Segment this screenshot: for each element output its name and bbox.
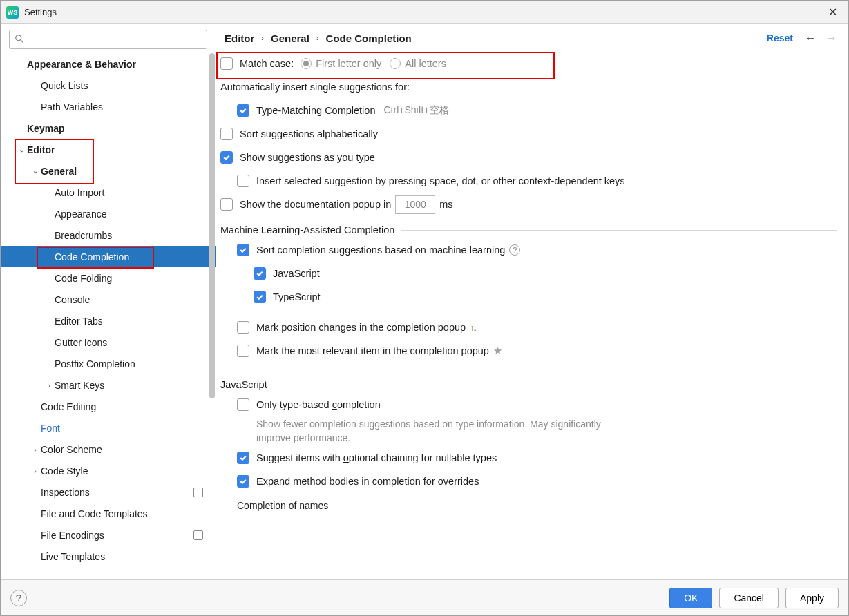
sidebar-item[interactable]: Appearance [1, 203, 216, 224]
sidebar-item[interactable]: Quick Lists [1, 75, 216, 96]
sidebar-item-label: Editor Tabs [55, 316, 103, 327]
mark-pos-checkbox[interactable] [237, 321, 249, 334]
search-input[interactable] [9, 30, 207, 49]
sidebar-item-label: Postfix Completion [55, 358, 135, 369]
ok-button[interactable]: OK [669, 588, 712, 608]
main-header: Editor › General › Code Completion Reset… [216, 24, 848, 52]
project-scope-icon [193, 488, 203, 497]
sidebar-item[interactable]: Code Completion [1, 246, 216, 267]
sidebar-item[interactable]: Gutter Icons [1, 331, 216, 353]
search-icon [15, 34, 24, 44]
settings-sidebar: Appearance & BehaviorQuick ListsPath Var… [1, 24, 216, 579]
sidebar-item[interactable]: Keymap [1, 117, 216, 139]
first-letter-radio[interactable] [301, 58, 312, 69]
js-optional-checkbox[interactable] [237, 452, 249, 464]
sidebar-item[interactable]: Auto Import [1, 182, 216, 203]
sidebar-item-label: Appearance [55, 209, 107, 220]
sidebar-item-label: Breadcrumbs [55, 230, 112, 241]
sidebar-item[interactable]: File and Code Templates [1, 503, 216, 524]
sidebar-item[interactable]: ⌄General [1, 160, 216, 182]
js-section-header: JavaScript [220, 379, 267, 390]
type-matching-shortcut: Ctrl+Shift+空格 [383, 104, 448, 117]
sort-alpha-checkbox[interactable] [220, 128, 233, 140]
show-as-type-checkbox[interactable] [220, 151, 233, 164]
show-doc-label-post: ms [439, 199, 452, 210]
sidebar-item[interactable]: Inspections [1, 481, 216, 503]
sidebar-item-label: Color Scheme [41, 444, 102, 455]
mark-rel-label: Mark the most relevant item in the compl… [256, 345, 489, 356]
auto-insert-header: Automatically insert single suggestions … [220, 81, 410, 93]
all-letters-radio[interactable] [390, 58, 401, 69]
sidebar-item-label: Code Editing [41, 401, 96, 412]
insert-space-label: Insert selected suggestion by pressing s… [256, 175, 625, 186]
project-scope-icon [193, 530, 203, 540]
close-icon[interactable]: ✕ [822, 6, 843, 19]
sidebar-item[interactable]: Appearance & Behavior [1, 53, 216, 75]
reset-link[interactable]: Reset [767, 32, 793, 44]
type-matching-checkbox[interactable] [237, 104, 249, 117]
doc-delay-input[interactable] [395, 195, 435, 214]
breadcrumb-item[interactable]: General [271, 32, 309, 44]
cancel-button[interactable]: Cancel [719, 588, 779, 608]
sidebar-item-label: Live Templates [41, 551, 105, 562]
ml-sort-checkbox[interactable] [237, 244, 249, 256]
sidebar-item[interactable]: Font [1, 417, 216, 439]
chevron-down-icon: ⌄ [15, 145, 28, 154]
settings-tree[interactable]: Appearance & BehaviorQuick ListsPath Var… [1, 53, 216, 579]
sidebar-item-label: File Encodings [41, 530, 104, 541]
match-case-checkbox[interactable] [220, 57, 233, 70]
sidebar-item[interactable]: ›Smart Keys [1, 374, 216, 396]
app-icon: WS [6, 6, 19, 19]
insert-space-checkbox[interactable] [237, 175, 249, 187]
mark-pos-label: Mark position changes in the completion … [256, 322, 466, 333]
ml-js-label: JavaScript [273, 268, 320, 279]
sidebar-item-label: Auto Import [55, 187, 104, 198]
mark-rel-checkbox[interactable] [237, 345, 249, 357]
ml-ts-checkbox[interactable] [254, 291, 266, 303]
sidebar-item[interactable]: ›Code Style [1, 460, 216, 481]
js-expand-label: Expand method bodies in completion for o… [256, 476, 479, 487]
js-typebased-hint: Show fewer completion suggestions based … [237, 418, 624, 445]
nav-back-icon[interactable]: ← [804, 31, 817, 46]
sidebar-item[interactable]: Console [1, 289, 216, 310]
sidebar-item[interactable]: Live Templates [1, 546, 216, 567]
title-bar: WS Settings ✕ [1, 1, 848, 24]
svg-point-0 [16, 35, 21, 41]
dialog-footer: ? OK Cancel Apply [1, 579, 848, 615]
breadcrumb-item[interactable]: Editor [225, 32, 254, 44]
sidebar-item-label: Keymap [27, 123, 64, 134]
js-optional-label: Suggest items with optional chaining for… [256, 452, 497, 463]
sidebar-item[interactable]: ›Color Scheme [1, 439, 216, 460]
ml-section-header: Machine Learning-Assisted Completion [220, 224, 394, 235]
sidebar-item-label: Appearance & Behavior [27, 59, 136, 70]
sidebar-item-label: Code Folding [55, 273, 112, 284]
apply-button[interactable]: Apply [785, 588, 839, 608]
sidebar-item[interactable]: Postfix Completion [1, 353, 216, 374]
star-icon: ★ [493, 345, 502, 357]
show-as-type-label: Show suggestions as you type [240, 152, 375, 163]
window-title: Settings [24, 7, 822, 17]
help-button[interactable]: ? [10, 590, 27, 606]
ml-js-checkbox[interactable] [254, 267, 266, 280]
sidebar-item[interactable]: File Encodings [1, 524, 216, 546]
show-doc-checkbox[interactable] [220, 198, 233, 211]
sidebar-item[interactable]: Code Editing [1, 396, 216, 417]
js-typebased-checkbox[interactable] [237, 398, 249, 411]
sidebar-item-label: Quick Lists [41, 80, 88, 91]
sidebar-item[interactable]: ⌄Editor [1, 139, 216, 160]
js-expand-checkbox[interactable] [237, 475, 249, 488]
sidebar-item-label: Code Completion [55, 251, 129, 262]
sidebar-item[interactable]: Editor Tabs [1, 310, 216, 331]
sidebar-item[interactable]: Breadcrumbs [1, 224, 216, 246]
sidebar-item[interactable]: Code Folding [1, 267, 216, 289]
sort-alpha-label: Sort suggestions alphabetically [240, 128, 378, 139]
sidebar-scrollbar[interactable] [209, 53, 215, 398]
sidebar-item-label: Inspections [41, 487, 90, 498]
chevron-right-icon: › [316, 34, 319, 42]
sidebar-item[interactable]: Path Variables [1, 96, 216, 117]
help-icon[interactable]: ? [509, 244, 520, 256]
sidebar-item-label: Editor [27, 144, 55, 155]
completion-names-header: Completion of names [237, 500, 837, 511]
settings-panel[interactable]: Match case: First letter only All letter… [216, 52, 848, 579]
breadcrumb-item: Code Completion [326, 32, 412, 44]
